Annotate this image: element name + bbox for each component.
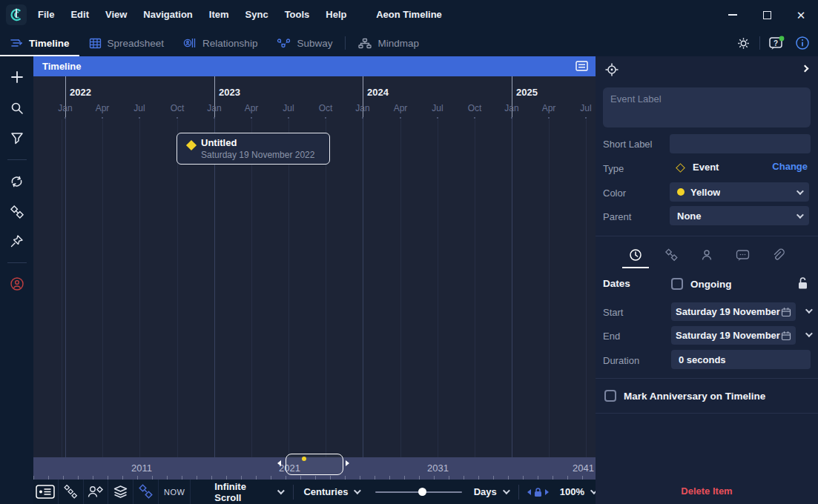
settings-gear-icon[interactable] [733, 33, 753, 53]
person-group-view-icon[interactable] [84, 480, 109, 504]
active-tab-underline [622, 267, 649, 268]
tab-attachments-paperclip-icon[interactable] [771, 248, 785, 262]
collapse-panel-chevron-icon[interactable] [802, 65, 809, 73]
window-controls: ✕ [716, 0, 818, 30]
type-value: Event [693, 162, 719, 173]
close-button[interactable]: ✕ [784, 0, 818, 30]
chevron-down-icon [796, 211, 804, 219]
tab-subway[interactable]: Subway [267, 30, 342, 56]
minimap-scroll-left-icon[interactable] [277, 460, 281, 466]
end-date-chevron-icon[interactable] [805, 330, 813, 337]
delete-item-button[interactable]: Delete Item [596, 485, 818, 497]
subway-icon [277, 38, 291, 49]
short-label-input[interactable] [670, 134, 811, 153]
dates-lock-icon[interactable] [797, 276, 808, 290]
color-dropdown[interactable]: Yellow [670, 182, 809, 202]
anniversary-label: Mark Anniversary on Timeline [624, 391, 765, 402]
anniversary-checkbox[interactable] [604, 390, 616, 402]
menu-file[interactable]: File [30, 0, 62, 30]
axis-month: Jan [348, 103, 377, 113]
locate-target-icon[interactable] [604, 62, 619, 77]
pin-icon[interactable] [8, 232, 26, 250]
axis-year: 2022 [70, 87, 91, 98]
menu-navigation[interactable]: Navigation [135, 0, 200, 30]
color-label: Color [603, 188, 626, 199]
axis-month: Jul [571, 103, 596, 113]
axis-month: Apr [534, 103, 564, 113]
timeline-canvas[interactable]: 2022 2023 2024 2025 Jan Apr Jul Oct Jan … [33, 76, 596, 457]
minimap-viewport[interactable] [286, 454, 343, 475]
panel-title: Timeline [42, 61, 82, 72]
scatter-view-icon[interactable] [59, 480, 84, 504]
tab-notes-comment-icon[interactable] [735, 248, 750, 262]
event-card-title: Untitled [201, 137, 314, 148]
pan-lock-control[interactable] [527, 487, 549, 497]
add-item-icon[interactable] [8, 68, 26, 86]
now-button[interactable]: NOW [159, 480, 191, 504]
maximize-button[interactable] [750, 0, 784, 30]
minimap-year: 2041 [573, 462, 594, 474]
relationship-lines-toggle-icon[interactable] [133, 480, 159, 504]
tab-relationship[interactable]: Relationship [174, 30, 267, 56]
axis-month: Jul [274, 103, 303, 113]
parent-dropdown[interactable]: None [670, 206, 809, 225]
panel-collapse-icon[interactable] [575, 61, 588, 71]
parent-label: Parent [603, 211, 631, 222]
tab-relationships-icon[interactable] [664, 248, 679, 262]
scroll-mode-dropdown[interactable]: Infinite Scroll [214, 481, 282, 503]
axis-year: 2023 [219, 87, 240, 98]
end-date-field[interactable]: Saturday 19 November 2022 [671, 326, 796, 345]
menu-item[interactable]: Item [201, 0, 237, 30]
app-window: File Edit View Navigation Item Sync Tool… [0, 0, 818, 504]
tab-spreadsheet[interactable]: Spreadsheet [79, 30, 174, 56]
change-type-link[interactable]: Change [772, 161, 808, 172]
start-date-chevron-icon[interactable] [805, 306, 813, 314]
axis-month: Jan [497, 103, 527, 113]
short-label-label: Short Label [603, 139, 653, 150]
axis-month: Oct [460, 103, 489, 113]
tab-people-icon[interactable] [699, 248, 714, 262]
range-dropdown[interactable]: Centuries [303, 486, 359, 497]
tab-timeline[interactable]: Timeline [0, 30, 79, 56]
svg-text:?: ? [774, 39, 778, 47]
menu-help[interactable]: Help [317, 0, 354, 30]
axis-month: Jul [125, 103, 154, 113]
relationship-diamonds-icon[interactable] [8, 203, 26, 221]
menu-view[interactable]: View [97, 0, 135, 30]
filter-icon[interactable] [8, 129, 26, 147]
sync-icon[interactable] [8, 173, 26, 190]
menu-sync[interactable]: Sync [237, 0, 277, 30]
duration-field[interactable]: 0 seconds [671, 350, 811, 369]
minimize-button[interactable] [716, 0, 750, 30]
start-label: Start [603, 307, 623, 318]
calendar-icon [781, 331, 791, 341]
info-icon[interactable] [793, 33, 812, 53]
color-swatch-yellow [677, 188, 685, 196]
start-date-field[interactable]: Saturday 19 November 2022 [671, 302, 796, 321]
account-alert-icon[interactable] [8, 275, 26, 293]
unit-dropdown[interactable]: Days [474, 486, 508, 497]
zoom-slider[interactable] [375, 491, 461, 493]
minimap-year: 2031 [427, 462, 449, 474]
event-label-input[interactable] [603, 87, 811, 127]
tab-bar-right-icons: ? [733, 30, 812, 56]
ongoing-checkbox[interactable] [671, 278, 683, 290]
menu-edit[interactable]: Edit [62, 0, 97, 30]
minimap-scroll-right-icon[interactable] [346, 460, 349, 466]
menu-tools[interactable]: Tools [277, 0, 318, 30]
help-bubble-icon[interactable]: ? [767, 33, 786, 53]
relationship-icon [183, 37, 197, 49]
minimap-year: 2011 [131, 462, 152, 474]
ongoing-label: Ongoing [690, 279, 731, 290]
search-icon[interactable] [8, 99, 26, 117]
label-display-toggle-icon[interactable] [33, 480, 59, 504]
title-bar: File Edit View Navigation Item Sync Tool… [0, 0, 818, 30]
sidebar-divider [7, 262, 27, 263]
layers-view-icon[interactable] [108, 480, 133, 504]
event-card[interactable]: Untitled Saturday 19 November 2022 [177, 133, 330, 165]
zoom-percent-dropdown[interactable]: 100% [560, 486, 596, 497]
tab-mindmap[interactable]: Mindmap [349, 30, 429, 56]
timeline-panel-header: Timeline [33, 56, 596, 76]
zoom-slider-thumb[interactable] [418, 488, 426, 496]
tab-dates-clock-icon[interactable] [628, 248, 643, 262]
